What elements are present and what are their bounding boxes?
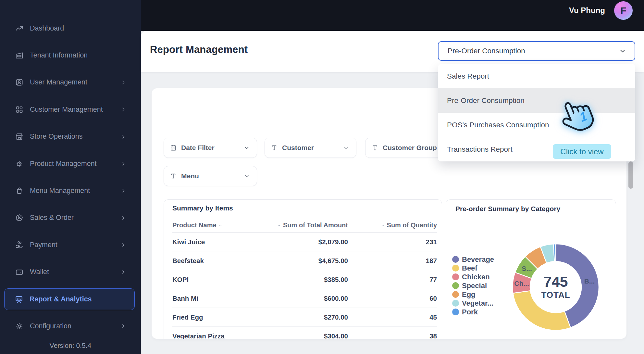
customers-icon [15,105,24,114]
legend-label: Special [462,282,487,290]
legend-item-chicken[interactable]: Chicken [452,272,494,281]
sidebar-item-configuration[interactable]: Configuration [0,313,141,339]
dropdown-option-pre-order-consumption[interactable]: Pre-Order Consumption [438,88,635,113]
sidebar-item-label: Wallet [30,268,49,276]
cell-total-amount: $385.00 [260,276,348,284]
legend-dot [452,291,459,298]
dropdown-option-pos-s-purchases-consumption[interactable]: POS's Purchases Consumption [438,113,635,137]
sidebar-item-tenant-information[interactable]: Tenant Information [0,42,141,69]
report-type-select[interactable]: Pre-Order Consumption [438,41,635,61]
table-row-beefsteak: Beefsteak$4,675.00187 [172,251,437,270]
legend-dot [452,273,459,280]
chevron-right-icon [120,215,127,221]
legend-label: Beverage [462,255,494,264]
report-type-value: Pre-Order Consumption [448,47,618,55]
sidebar-item-label: Payment [30,241,57,249]
filter-customer[interactable]: Customer [265,138,356,158]
cell-quantity: 231 [348,238,437,246]
filter-menu[interactable]: Menu [164,166,257,186]
sidebar-item-report-analytics[interactable]: Report & Analytics [4,288,135,310]
legend-label: Beef [462,264,477,272]
sidebar-item-label: Product Management [30,160,97,168]
legend-item-beverage[interactable]: Beverage [452,255,494,264]
product-icon [15,159,24,168]
sidebar-item-label: Sales & Order [30,214,74,222]
table-row-kiwi-juice: Kiwi Juice$2,079.00231 [172,233,437,251]
column-header-sum-of-total-amount[interactable]: Sum of Total Amount [260,221,348,229]
chevron-down-icon [618,47,627,55]
legend-dot [452,309,459,315]
user-name[interactable]: Vu Phung [569,6,605,15]
table-row-vegetarian-pizza: Vegetarian Pizza$304.0038 [172,327,437,339]
chevron-down-icon [243,144,250,151]
legend-item-pork[interactable]: Pork [452,308,494,316]
sidebar-item-label: Dashboard [30,24,64,32]
app-root: Vu Phung F DashboardTenant InformationUs… [0,0,644,354]
user-icon [15,78,24,87]
hand-cursor-icon: 1 [560,95,599,136]
filter-date-filter[interactable]: Date Filter [164,138,257,158]
cell-product-name: Kiwi Juice [172,238,260,246]
cell-product-name: Beefsteak [172,257,260,265]
text-filter-icon [170,172,177,180]
donut-center-label: 745 TOTAL [528,274,583,300]
store-icon [15,132,24,141]
donut-total-value: 745 [528,274,583,289]
sidebar-item-label: User Management [30,78,87,86]
avatar[interactable]: F [614,1,633,20]
chevron-down-icon [243,172,250,180]
legend-item-special[interactable]: Special [452,281,494,290]
dropdown-option-sales-report[interactable]: Sales Report [438,64,635,88]
legend-item-egg[interactable]: Egg [452,290,494,299]
sidebar-item-store-operations[interactable]: Store Operations [0,123,141,150]
chevron-right-icon [120,79,127,86]
legend-item-vegetar[interactable]: Vegetar... [452,299,494,308]
column-header-product-name[interactable]: Product Name [172,221,260,229]
cell-total-amount: $4,675.00 [260,257,348,265]
table-body: Kiwi Juice$2,079.00231Beefsteak$4,675.00… [172,233,437,339]
donut-total-caption: TOTAL [528,290,583,300]
legend-label: Egg [462,290,476,299]
chevron-right-icon [120,187,127,194]
cell-quantity: 77 [348,276,437,284]
legend-label: Chicken [462,273,490,281]
vertical-scrollbar-thumb[interactable] [628,161,633,189]
calendar-icon [170,144,177,151]
sidebar-item-payment[interactable]: Payment [0,232,141,258]
legend-label: Vegetar... [462,299,493,308]
cell-product-name: Banh Mi [172,295,260,302]
sidebar-item-user-management[interactable]: User Management [0,69,141,96]
column-header-sum-of-quantity[interactable]: Sum of Quantity [348,221,437,229]
sidebar-item-label: Report & Analytics [30,295,92,303]
sidebar-item-wallet[interactable]: Wallet [0,259,141,285]
sales-icon [15,213,24,222]
sidebar-item-dashboard[interactable]: Dashboard [0,15,141,42]
summary-table-title: Summary by Items [172,204,437,212]
sidebar-item-sales-order[interactable]: Sales & Order [0,205,141,231]
cell-total-amount: $304.00 [260,332,348,339]
app-version: Version: 0.5.4 [0,342,141,349]
chart-title: Pre-order Summary by Category [455,205,609,213]
filter-label: Date Filter [181,144,239,152]
menu-bag-icon [15,186,24,195]
legend-dot [452,282,459,289]
tenant-icon [15,51,24,60]
sidebar-item-product-management[interactable]: Product Management [0,150,141,177]
legend-item-beef[interactable]: Beef [452,264,494,272]
table-header-row: Product Name Sum of Total Amount Sum of … [172,218,437,233]
sidebar-item-customer-management[interactable]: Customer Management [0,96,141,123]
sidebar-item-menu-management[interactable]: Menu Management [0,177,141,204]
chevron-right-icon [120,242,127,248]
sidebar-item-label: Store Operations [30,133,83,141]
legend-dot [452,265,459,272]
slice-label-chicken: Ch... [514,280,529,287]
page-title: Report Management [150,44,248,56]
preorder-summary-panel: Pre-order Summary by Category BeverageBe… [446,199,616,339]
legend-dot [452,256,459,263]
cell-quantity: 60 [348,295,437,302]
topbar: Vu Phung F [141,0,644,31]
cell-total-amount: $600.00 [260,295,348,302]
table-row-fried-egg: Fried Egg$270.0045 [172,308,437,327]
cell-total-amount: $2,079.00 [260,238,348,246]
filter-label: Customer [282,144,338,152]
